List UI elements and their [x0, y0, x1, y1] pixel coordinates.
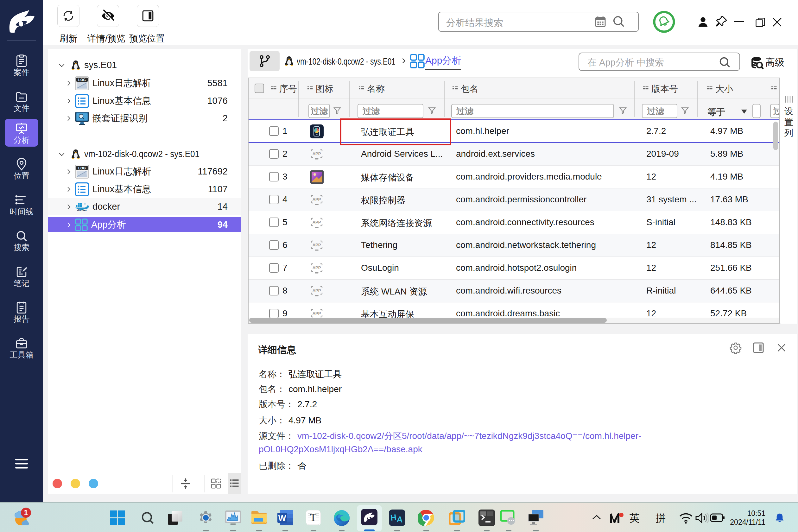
svg-text:H: H	[390, 512, 397, 522]
svg-text:A: A	[397, 514, 403, 525]
svg-text:T: T	[310, 511, 317, 523]
svg-text:W: W	[278, 513, 286, 523]
svg-text:1: 1	[24, 509, 28, 517]
